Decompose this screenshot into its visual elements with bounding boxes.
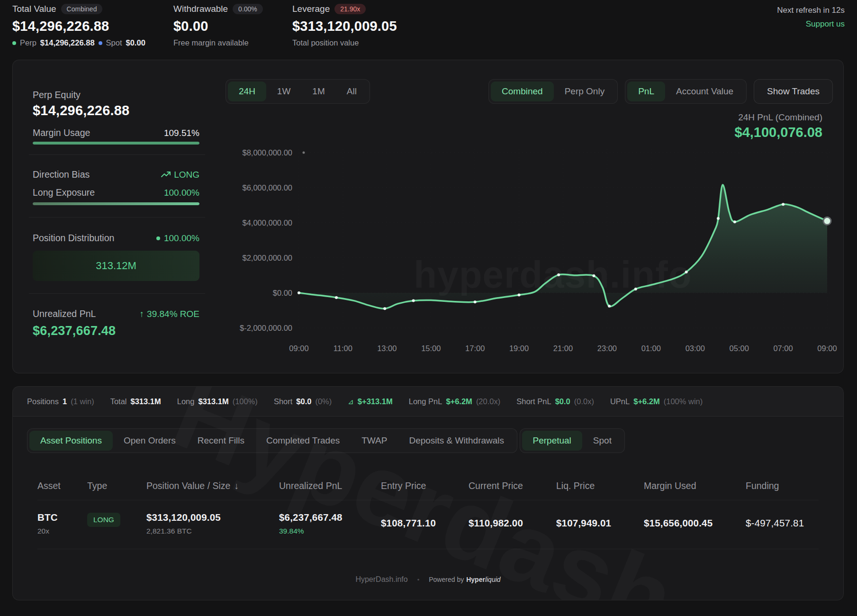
perp-dot-icon [12,41,16,45]
positions-tabs-row: Asset Positions Open Orders Recent Fills… [27,428,829,454]
metric-toggle: PnL Account Value [625,79,747,104]
data-point[interactable] [733,220,736,223]
liq-price-cell: $107,949.01 [556,512,644,529]
position-distribution-label: Position Distribution [33,233,114,244]
margin-used-cell: $15,656,000.45 [644,512,746,529]
card-footer: HyperDash.info • Powered by Hyperliquid [13,575,843,584]
col-unrealized-pnl[interactable]: Unrealized PnL [279,480,381,491]
long-exposure-bar [33,202,199,205]
tab-1m[interactable]: 1M [301,82,335,101]
tab-all[interactable]: All [336,82,368,101]
withdrawable-label: Withdrawable [173,4,228,14]
total-value-block: Total Value Combined $14,296,226.88 Perp… [12,4,145,47]
col-asset[interactable]: Asset [37,480,87,491]
tab-1w[interactable]: 1W [266,82,302,101]
spot-value: $0.00 [126,38,145,47]
long-exposure-label: Long Exposure [33,187,95,198]
time-range-tabs: 24H 1W 1M All [226,79,370,104]
tab-deposits-withdrawals[interactable]: Deposits & Withdrawals [398,431,515,451]
data-point[interactable] [557,273,560,276]
summary-long: Long $313.1M (100%) [177,397,258,406]
col-entry-price[interactable]: Entry Price [381,480,469,491]
tab-pnl[interactable]: PnL [627,82,665,101]
tab-open-orders[interactable]: Open Orders [113,431,187,451]
asset-cell: BTC 20x [37,512,87,535]
support-us-link[interactable]: Support us [777,19,845,29]
pnl-value: $4,100,076.08 [735,125,822,140]
x-axis-label: 09:00 [289,344,308,353]
margin-usage-value: 109.51% [164,128,199,138]
distribution-dot-icon [156,236,160,240]
col-liq-price[interactable]: Liq. Price [556,480,644,491]
summary-short: Short $0.0 (0%) [274,397,332,406]
perp-equity-value: $14,296,226.88 [33,103,129,118]
hyperdash-dashboard: Total Value Combined $14,296,226.88 Perp… [0,0,857,616]
funding-cell: $-497,457.81 [746,512,819,529]
data-point[interactable] [634,288,637,290]
position-distribution-value: 100.00% [156,233,199,244]
x-axis-label: 03:00 [686,344,705,353]
pnl-chart[interactable]: $8,000,000.00$6,000,000.00$4,000,000.00$… [221,145,837,359]
data-point[interactable] [383,307,386,310]
table-row[interactable]: BTC 20x LONG $313,120,009.05 2,821.36 BT… [37,500,819,549]
tab-perp-only[interactable]: Perp Only [554,82,615,101]
chart-end-dot[interactable] [823,217,831,225]
positions-card: Hyperdash Positions 1 (1 win) Total $313… [12,386,844,600]
hyperliquid-brand: Hyperliquid [466,576,500,583]
tab-spot[interactable]: Spot [582,431,622,451]
long-exposure-value: 100.00% [164,188,199,198]
data-point[interactable] [782,203,785,206]
data-point[interactable] [412,299,415,302]
footer-site-link[interactable]: HyperDash.info [355,575,407,584]
col-margin-used[interactable]: Margin Used [644,480,746,491]
unrealized-pnl-cell: $6,237,667.48 39.84% [279,512,381,535]
col-funding[interactable]: Funding [746,480,819,491]
data-point[interactable] [298,291,300,294]
divider [29,217,205,217]
tab-24h[interactable]: 24H [228,82,266,101]
sort-desc-icon: ↓ [234,480,239,491]
x-axis-label: 21:00 [553,344,573,353]
y-axis-label: $-2,000,000.00 [240,324,292,332]
footer-separator: • [417,576,420,583]
combined-badge[interactable]: Combined [61,4,103,14]
x-axis-label: 07:00 [773,344,793,353]
distribution-box[interactable]: 313.12M [33,251,199,281]
x-axis-label: 15:00 [421,344,441,353]
data-point[interactable] [608,305,611,308]
col-type[interactable]: Type [87,480,146,491]
entry-price-cell: $108,771.10 [381,512,469,529]
data-point[interactable] [518,293,521,296]
x-axis-label: 19:00 [509,344,529,353]
position-value-cell: $313,120,009.05 2,821.36 BTC [146,512,279,535]
data-point[interactable] [335,296,338,299]
long-badge: LONG [87,513,120,527]
col-current-price[interactable]: Current Price [469,480,556,491]
margin-usage-label: Margin Usage [33,127,90,138]
x-axis-label: 09:00 [817,344,837,353]
leverage-amount: $313,120,009.05 [292,18,397,34]
tab-combined[interactable]: Combined [491,82,554,101]
show-trades-button[interactable]: Show Trades [754,79,833,104]
col-position-value[interactable]: Position Value / Size↓ [146,480,279,491]
data-point[interactable] [593,274,595,277]
summary-delta: ⊿ $+313.1M [348,397,392,406]
tab-recent-fills[interactable]: Recent Fills [187,431,255,451]
type-cell: LONG [87,512,146,527]
y-axis-label: $8,000,000.00 [242,148,292,157]
direction-bias-value: LONG [161,170,199,180]
table-header-row: Asset Type Position Value / Size↓ Unreal… [37,480,819,500]
positions-tabs: Asset Positions Open Orders Recent Fills… [27,428,517,453]
tab-twap[interactable]: TWAP [351,431,398,451]
data-point[interactable] [474,300,477,303]
unrealized-pnl-value: $6,237,667.48 [33,324,116,338]
tab-completed-trades[interactable]: Completed Trades [255,431,351,451]
data-point[interactable] [717,217,720,220]
data-point[interactable] [685,271,688,273]
powered-by[interactable]: Powered by Hyperliquid [429,576,500,583]
perp-equity-label: Perp Equity [33,90,81,100]
tab-perpetual[interactable]: Perpetual [522,431,582,451]
tab-asset-positions[interactable]: Asset Positions [29,431,113,451]
tab-account-value[interactable]: Account Value [665,82,744,101]
top-header: Total Value Combined $14,296,226.88 Perp… [12,3,845,50]
